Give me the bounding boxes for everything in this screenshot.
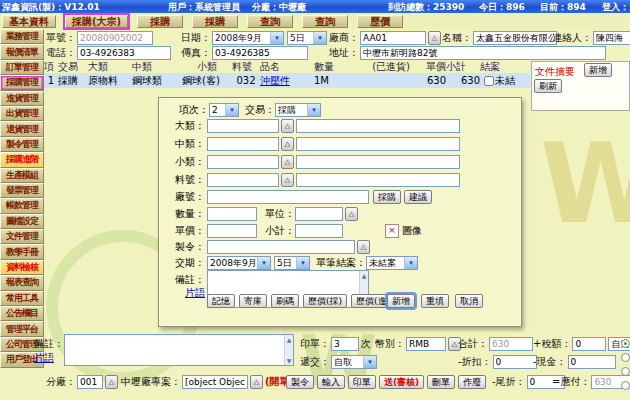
dlg-due-day-select[interactable]: 5日 ▾ <box>274 256 310 270</box>
dlg-part-field[interactable] <box>207 173 279 187</box>
doc-refresh-button[interactable]: 刷新 <box>534 79 562 93</box>
sidebar-item[interactable]: 常用工具 <box>0 291 44 306</box>
dlg-part-name-field[interactable] <box>296 173 460 187</box>
dlg-sub-lookup-button[interactable]: △ <box>281 155 294 169</box>
dlg-cat-field[interactable] <box>207 119 279 133</box>
dlg-price-field[interactable] <box>207 224 257 238</box>
dlg-mo-lookup-button[interactable]: △ <box>357 240 370 254</box>
sidebar-item[interactable]: 帳款管理 <box>0 198 44 213</box>
footer-action-button[interactable]: 送(審核) <box>379 375 424 389</box>
discount-field[interactable] <box>493 355 537 369</box>
project-lookup-button[interactable]: △ <box>250 375 263 389</box>
radio-option-4[interactable] <box>621 381 630 390</box>
address-field[interactable] <box>360 46 606 60</box>
dlg-buy-button[interactable]: 採購 <box>373 190 401 204</box>
sidebar-item[interactable]: 公告欄目 <box>0 306 44 321</box>
dlg-cat-lookup-button[interactable]: △ <box>281 119 294 133</box>
dlg-unit-lookup-button[interactable]: △ <box>345 207 358 221</box>
table-row[interactable]: 1 採購 原物料 鋼球類 鋼球(客) 032 沖壓件 1M 630 630 未結 <box>44 73 530 88</box>
dlg-action-button[interactable]: 重填 <box>421 294 449 308</box>
delivery-select[interactable]: 自取 ▾ <box>331 355 377 369</box>
item-name-link[interactable]: 沖壓件 <box>260 75 290 86</box>
branch-code-field[interactable] <box>77 375 103 389</box>
sidebar-item[interactable]: 採購進階 <box>0 152 44 167</box>
sidebar-item[interactable]: 管理平台 <box>0 321 44 336</box>
sidebar-item[interactable]: 資料檢核 <box>0 260 44 275</box>
dlg-unit-field[interactable] <box>295 207 343 221</box>
dlg-tool-button[interactable]: 記憶 <box>207 294 235 308</box>
dlg-sub-name-field[interactable] <box>296 155 460 169</box>
sidebar-item[interactable]: 出貨管理 <box>0 106 44 121</box>
dlg-mid-lookup-button[interactable]: △ <box>281 137 294 151</box>
date-month-select[interactable]: 2008年9月 ▾ <box>212 31 284 45</box>
toolbar-tab[interactable]: 查詢 <box>247 15 293 28</box>
dlg-tool-button[interactable]: 寄庫 <box>239 294 267 308</box>
phone-field[interactable] <box>77 46 171 60</box>
dlg-action-button[interactable]: 新增 <box>387 294 415 308</box>
sidebar-item[interactable]: 生產模組 <box>0 168 44 183</box>
dlg-cat-name-field[interactable] <box>296 119 460 133</box>
close-image-icon[interactable]: × <box>385 224 399 238</box>
toolbar-tab[interactable]: 基本資料 <box>2 15 56 28</box>
tax-field[interactable] <box>572 337 606 351</box>
sidebar-item[interactable]: 報表查詢 <box>0 275 44 290</box>
footer-note-textarea[interactable]: ▲ ▼ <box>64 334 294 366</box>
footer-action-button[interactable]: 刪單 <box>427 375 455 389</box>
sidebar-item[interactable]: 採購管理 <box>0 75 44 90</box>
sidebar-item[interactable]: 退貨管理 <box>0 121 44 136</box>
scroll-up-icon[interactable]: ▲ <box>362 272 367 279</box>
scroll-up-icon[interactable]: ▲ <box>287 336 292 343</box>
dlg-tool-button[interactable]: 刷碼 <box>271 294 299 308</box>
currency-field[interactable] <box>406 337 446 351</box>
toolbar-tab[interactable]: 查詢 <box>302 15 348 28</box>
footer-action-button[interactable]: 輸入 <box>317 375 345 389</box>
footer-action-button[interactable]: 印單 <box>348 375 376 389</box>
toolbar-tab[interactable]: 採購(大宗) <box>65 15 128 28</box>
sidebar-item[interactable]: 報價清單 <box>0 44 44 59</box>
fax-field[interactable] <box>212 46 308 60</box>
sidebar-item[interactable]: 訂單管理 <box>0 60 44 75</box>
dlg-suggest-button[interactable]: 建議 <box>404 190 432 204</box>
radio-option-3[interactable] <box>621 367 630 376</box>
dlg-close-select[interactable]: 未結案 ▾ <box>366 256 418 270</box>
sidebar-item[interactable]: 進貨管理 <box>0 91 44 106</box>
dlg-mid-field[interactable] <box>207 137 279 151</box>
print-count-field[interactable] <box>331 337 359 351</box>
sidebar-item[interactable]: 業務管理 <box>0 29 44 44</box>
doc-add-button[interactable]: 新增 <box>584 63 612 77</box>
dlg-trade-select[interactable]: 採購 ▾ <box>275 103 321 117</box>
dlg-part-lookup-button[interactable]: △ <box>281 173 294 187</box>
radio-option-2[interactable] <box>621 353 630 362</box>
sidebar-item[interactable]: 教學手冊 <box>0 244 44 259</box>
toolbar-tab[interactable]: 採購 <box>192 15 238 28</box>
dlg-sub-field[interactable] <box>207 155 279 169</box>
scroll-down-icon[interactable]: ▼ <box>287 357 292 364</box>
date-day-select[interactable]: 5日 ▾ <box>287 31 327 45</box>
order-no-field[interactable] <box>77 31 153 45</box>
branch-project-field[interactable] <box>182 375 248 389</box>
footer-action-button[interactable]: 作廢 <box>458 375 486 389</box>
scrollbar[interactable]: ▲ ▼ <box>284 335 293 365</box>
sidebar-item[interactable]: 發票管理 <box>0 183 44 198</box>
radio-option-1[interactable] <box>621 339 630 348</box>
toolbar-tab[interactable]: 歷價 <box>357 15 403 28</box>
vendor-code-field[interactable] <box>360 31 426 45</box>
branch-lookup-button[interactable]: △ <box>105 375 118 389</box>
dlg-mid-name-field[interactable] <box>296 137 460 151</box>
contact-field[interactable] <box>593 31 630 45</box>
dlg-vendor-no-field[interactable] <box>207 190 369 204</box>
footer-action-button[interactable]: 製令 <box>286 375 314 389</box>
dlg-subtotal-field[interactable] <box>295 224 343 238</box>
vendor-name-field[interactable] <box>473 31 557 45</box>
dlg-due-month-select[interactable]: 2008年9月 ▾ <box>207 256 271 270</box>
dlg-item-no-select[interactable]: 2 ▾ <box>209 103 239 117</box>
toolbar-tab[interactable]: 採購 <box>137 15 183 28</box>
dlg-phrase-link[interactable]: 片語 <box>185 286 205 300</box>
sidebar-item[interactable]: 文件管理 <box>0 229 44 244</box>
dlg-tool-button[interactable]: 歷價(採) <box>303 294 347 308</box>
dlg-action-button[interactable]: 取消 <box>455 294 483 308</box>
sidebar-item[interactable]: 製令管理 <box>0 137 44 152</box>
dlg-mo-field[interactable] <box>207 240 355 254</box>
footer-phrase-link[interactable]: 片語 <box>34 351 54 365</box>
vendor-lookup-button[interactable]: △ <box>428 31 441 45</box>
